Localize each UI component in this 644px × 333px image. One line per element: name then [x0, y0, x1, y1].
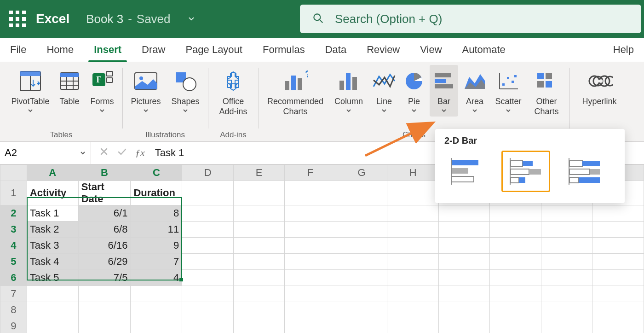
row-header[interactable]: 8 [0, 302, 27, 318]
cancel-icon[interactable] [99, 147, 109, 159]
cell[interactable] [182, 302, 234, 318]
col-header[interactable]: C [131, 165, 182, 181]
cell[interactable]: 4 [131, 270, 182, 286]
col-header[interactable]: F [285, 165, 336, 181]
cell[interactable]: Duration [131, 181, 182, 205]
cell[interactable] [438, 318, 489, 333]
cell[interactable] [182, 286, 234, 302]
cell[interactable] [182, 222, 234, 238]
cell[interactable] [285, 270, 336, 286]
cell[interactable] [27, 302, 78, 318]
cell[interactable] [131, 318, 182, 333]
document-title[interactable]: Book 3 - Saved [86, 12, 195, 26]
cell[interactable] [490, 286, 541, 302]
cell[interactable] [233, 238, 285, 254]
cell[interactable] [592, 318, 644, 333]
cell[interactable]: Task 1 [27, 205, 78, 222]
cell[interactable] [541, 222, 592, 238]
bar-chart-button[interactable]: Bar [430, 65, 458, 117]
cell[interactable] [387, 238, 439, 254]
cell[interactable]: Task 3 [27, 238, 78, 254]
row-header[interactable]: 2 [0, 205, 27, 222]
cell[interactable] [592, 302, 644, 318]
table-button[interactable]: Table [55, 65, 84, 114]
cell[interactable] [387, 222, 439, 238]
cell[interactable]: Start Date [78, 181, 131, 205]
cell[interactable] [541, 254, 592, 270]
cell[interactable]: Activity [27, 181, 78, 205]
col-header[interactable]: B [78, 165, 131, 181]
cell[interactable] [387, 205, 439, 222]
cell[interactable] [438, 286, 489, 302]
cell[interactable] [233, 254, 285, 270]
cell[interactable] [78, 302, 131, 318]
cell[interactable] [233, 270, 285, 286]
cell[interactable] [285, 254, 336, 270]
cell[interactable] [490, 222, 541, 238]
row-header[interactable]: 4 [0, 238, 27, 254]
forms-button[interactable]: F Forms [86, 65, 118, 114]
cell[interactable] [541, 205, 592, 222]
cell[interactable] [387, 302, 439, 318]
chart-option-stacked-bar-100[interactable] [560, 151, 609, 192]
row-header[interactable]: 5 [0, 254, 27, 270]
tab-page-layout[interactable]: Page Layout [175, 38, 253, 62]
cell[interactable] [438, 205, 489, 222]
recommended-charts-button[interactable]: ? Recommended Charts [263, 65, 328, 117]
search-box[interactable] [300, 5, 641, 33]
tab-draw[interactable]: Draw [132, 38, 175, 62]
cell[interactable] [233, 205, 285, 222]
cell[interactable]: 7/5 [78, 270, 131, 286]
cell[interactable] [233, 181, 285, 205]
col-header[interactable]: A [27, 165, 78, 181]
cell[interactable] [541, 238, 592, 254]
cell[interactable]: 8 [131, 205, 182, 222]
col-header[interactable]: H [387, 165, 439, 181]
cell[interactable] [78, 318, 131, 333]
row-header[interactable]: 1 [0, 181, 27, 205]
row-header[interactable]: 9 [0, 318, 27, 333]
cell[interactable] [285, 205, 336, 222]
cell[interactable]: 6/8 [78, 222, 131, 238]
cell[interactable] [592, 254, 644, 270]
cell[interactable] [592, 205, 644, 222]
chevron-down-icon[interactable] [80, 150, 86, 156]
tab-automate[interactable]: Automate [452, 38, 516, 62]
cell[interactable]: 6/16 [78, 238, 131, 254]
cell[interactable] [78, 286, 131, 302]
cell[interactable]: Task 5 [27, 270, 78, 286]
cell[interactable] [592, 222, 644, 238]
row-header[interactable]: 7 [0, 286, 27, 302]
cell[interactable] [438, 270, 489, 286]
chevron-down-icon[interactable] [187, 15, 196, 23]
pivottable-button[interactable]: PivotTable [8, 65, 52, 114]
cell[interactable] [541, 270, 592, 286]
cell[interactable]: Task 2 [27, 222, 78, 238]
col-header[interactable]: D [182, 165, 234, 181]
column-chart-button[interactable]: Column [330, 65, 367, 117]
cell[interactable] [233, 222, 285, 238]
cell[interactable] [336, 238, 387, 254]
chart-option-clustered-bar[interactable] [443, 151, 491, 192]
cell[interactable] [387, 318, 439, 333]
cell[interactable] [592, 286, 644, 302]
cell[interactable] [182, 254, 234, 270]
cell[interactable]: 9 [131, 238, 182, 254]
cell[interactable] [285, 302, 336, 318]
cell[interactable] [336, 205, 387, 222]
cell[interactable] [285, 286, 336, 302]
cell[interactable] [233, 318, 285, 333]
cell[interactable]: 7 [131, 254, 182, 270]
tab-help[interactable]: Help [603, 38, 644, 62]
cell[interactable] [541, 286, 592, 302]
hyperlink-button[interactable]: Hyperlink [574, 65, 625, 106]
search-input[interactable] [334, 12, 629, 27]
cell[interactable] [131, 286, 182, 302]
other-charts-button[interactable]: Other Charts [528, 65, 565, 117]
cell[interactable] [182, 181, 234, 205]
col-header[interactable]: G [336, 165, 387, 181]
cell[interactable] [387, 270, 439, 286]
cell[interactable] [182, 318, 234, 333]
cell[interactable] [182, 205, 234, 222]
cell[interactable] [285, 222, 336, 238]
